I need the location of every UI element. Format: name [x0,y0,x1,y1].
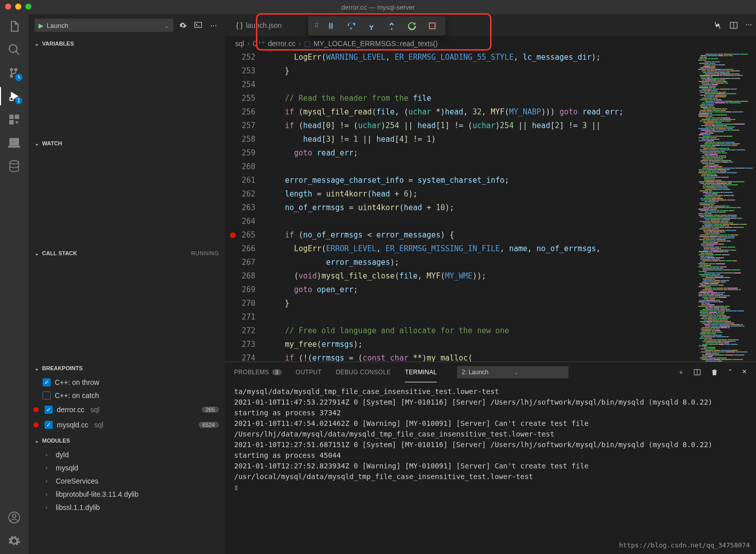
checkbox[interactable] [43,391,51,400]
database-icon[interactable] [7,159,21,173]
terminal-output[interactable]: ta/mysql/data/mysqld_tmp_file_case_insen… [225,382,756,554]
settings-gear-icon[interactable] [7,534,21,548]
tab-problems[interactable]: PROBLEMS 3 [234,362,282,382]
console-icon[interactable] [193,20,204,31]
output-label: OUTPUT [296,369,322,376]
breakpoint-line: 265 [202,407,219,413]
callstack-section: ⌄ CALL STACK RUNNING [28,246,225,361]
breakpoint-dot-icon [33,422,39,427]
code-editor[interactable]: 2522532542552562572582592602612622632642… [225,51,756,362]
watch-header[interactable]: ⌄ WATCH [28,137,225,150]
panel-tabs: PROBLEMS 3 OUTPUT DEBUG CONSOLE TERMINAL… [225,362,756,382]
problems-count-badge: 3 [272,369,281,375]
svg-rect-0 [429,23,435,28]
tab-label: launch.json [246,21,282,29]
variables-section: ⌄ VARIABLES [28,36,225,136]
variables-header[interactable]: ⌄ VARIABLES [28,37,225,50]
chevron-right-icon: › [46,478,51,485]
terminal-selector-dropdown[interactable]: 2: Launch ⌄ [457,366,569,378]
module-item[interactable]: ›libprotobuf-lite.3.11.4.dylib [28,488,225,501]
gear-icon[interactable] [177,20,188,31]
chevron-right-icon: › [298,39,301,48]
module-name: libprotobuf-lite.3.11.4.dylib [56,490,138,498]
breadcrumb-folder[interactable]: sql [235,39,244,48]
chevron-down-icon: ⌄ [34,365,39,372]
stop-button[interactable] [423,18,441,33]
watch-label: WATCH [42,140,62,146]
variables-label: VARIABLES [42,41,74,47]
breakpoint-label: C++: on throw [55,378,99,386]
module-name: CoreServices [56,477,98,485]
code-content[interactable]: LogErr(WARNING_LEVEL, ER_ERRMSG_LOADING_… [267,51,695,362]
chevron-down-icon: ⌄ [34,438,39,444]
line-gutter[interactable]: 2522532542552562572582592602612622632642… [225,51,267,362]
step-into-button[interactable] [362,18,381,33]
more-icon[interactable]: ⋯ [208,20,219,31]
explorer-icon[interactable] [7,19,21,33]
breadcrumb-symbol[interactable]: MY_LOCALE_ERRMSGS::read_texts() [314,39,438,48]
minimize-window-button[interactable] [15,4,21,10]
breakpoint-folder: sql [90,406,99,414]
breadcrumb[interactable]: sql › C⁺⁺ derror.cc › ⬚ MY_LOCALE_ERRMSG… [225,36,756,51]
breakpoints-header[interactable]: ⌄ BREAKPOINTS [28,362,225,375]
chevron-down-icon: ⌄ [34,41,39,47]
compare-icon[interactable] [713,21,722,30]
close-panel-icon[interactable]: ✕ [742,368,747,377]
callstack-status: RUNNING [191,250,219,256]
breakpoints-section: ⌄ BREAKPOINTS ✓C++: on throwC++: on catc… [28,361,225,433]
breakpoint-file: derror.cc [57,406,84,414]
breakpoint-item[interactable]: C++: on catch [28,389,225,402]
activity-bar: 1 [0,14,28,554]
checkbox[interactable]: ✓ [45,406,53,414]
maximize-panel-icon[interactable]: ⌃ [728,368,733,377]
tab-terminal[interactable]: TERMINAL [405,362,437,382]
kill-terminal-icon[interactable] [710,368,719,377]
module-item[interactable]: ›mysqld [28,461,225,474]
play-icon: ▶ [39,22,44,29]
watch-section: ⌄ WATCH [28,136,225,246]
module-item[interactable]: ›dyld [28,448,225,461]
tab-launch-json[interactable]: { } launch.json [229,14,289,36]
breakpoint-file-item[interactable]: ✓derror.ccsql265 [28,402,225,417]
account-icon[interactable] [7,510,21,525]
json-icon: { } [236,21,243,29]
new-terminal-icon[interactable]: ＋ [678,368,684,377]
source-control-icon[interactable] [7,66,21,80]
remote-icon[interactable] [7,136,21,150]
breakpoint-file-item[interactable]: ✓mysqld.ccsql6524 [28,417,225,432]
module-name: mysqld [56,464,78,472]
module-item[interactable]: ›CoreServices [28,474,225,488]
drag-handle-icon[interactable]: ⠿ [312,22,320,29]
modules-label: MODULES [42,438,70,444]
callstack-header[interactable]: ⌄ CALL STACK RUNNING [28,247,225,260]
editor-tabs: { } launch.json ⋯ [225,14,756,36]
pause-button[interactable] [322,18,340,33]
modules-header[interactable]: ⌄ MODULES [28,434,225,447]
breakpoint-label: C++: on catch [55,391,99,400]
more-actions-icon[interactable]: ⋯ [745,21,752,30]
breakpoints-label: BREAKPOINTS [42,365,83,371]
maximize-window-button[interactable] [25,4,31,10]
minimap[interactable] [695,51,756,362]
breadcrumb-file[interactable]: derror.cc [268,39,295,48]
search-icon[interactable] [7,43,21,57]
extensions-icon[interactable] [7,112,21,127]
watermark: https://blog.csdn.net/qq_34758074 [619,541,750,549]
checkbox[interactable]: ✓ [43,378,51,386]
launch-config-dropdown[interactable]: ▶ Launch ⌄ [34,19,173,32]
split-terminal-icon[interactable] [693,368,701,377]
title-bar: derror.cc — mysql-server [0,0,756,14]
step-out-button[interactable] [383,18,401,33]
close-window-button[interactable] [5,4,11,10]
chevron-right-icon: › [46,464,51,471]
tab-debug-console[interactable]: DEBUG CONSOLE [336,362,391,382]
breakpoint-item[interactable]: ✓C++: on throw [28,376,225,389]
checkbox[interactable]: ✓ [45,421,53,429]
restart-button[interactable] [403,18,421,33]
debug-badge: 1 [15,97,22,104]
step-over-button[interactable] [342,18,360,33]
tab-output[interactable]: OUTPUT [296,362,322,382]
split-editor-icon[interactable] [729,21,738,30]
module-item[interactable]: ›libssl.1.1.dylib [28,501,225,514]
run-debug-icon[interactable]: 1 [7,89,21,103]
